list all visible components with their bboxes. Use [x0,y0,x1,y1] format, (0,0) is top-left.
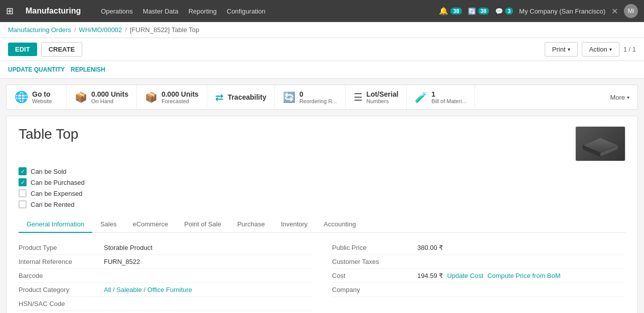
bill-of-materials-button[interactable]: 🧪 1 Bill of Materi... [407,85,475,109]
can-be-rented-label: Can be Rented [31,201,74,208]
internal-reference-group: Internal Reference FURN_8522 [19,255,312,269]
replenish-link[interactable]: REPLENISH [71,64,105,75]
lot-serial-line2: Numbers [367,98,399,104]
smart-buttons-bar: 🌐 Go to Website 📦 0.000 Units On Hand 📦 … [6,85,638,110]
tab-ecommerce[interactable]: eCommerce [124,216,176,233]
user-initials: Mi [628,8,634,15]
units-forecasted-num: 0.000 Units [162,90,199,98]
notifications-bell[interactable]: 🔔 38 [439,7,461,16]
units-forecasted-lbl: Forecasted [162,98,199,104]
tab-point-of-sale[interactable]: Point of Sale [176,216,229,233]
edit-button[interactable]: EDIT [8,43,37,56]
bom-icon: 🧪 [415,91,427,103]
internal-reference-label: Internal Reference [19,258,104,265]
more-label: More [610,94,625,101]
app-grid-icon[interactable]: ⊞ [6,6,14,17]
company-group: Company [332,283,625,297]
tab-inventory[interactable]: Inventory [273,216,315,233]
breadcrumb-manufacturing-orders[interactable]: Manufacturing Orders [8,26,71,34]
update-cost-link[interactable]: Update Cost [447,272,483,279]
product-category-label: Product Category [19,286,104,293]
units-on-hand-button[interactable]: 📦 0.000 Units On Hand [67,85,137,109]
hsn-code-group: HSN/SAC Code [19,297,312,311]
reordering-text: 0 Reordering R... [299,90,337,104]
product-type-value: Storable Product [104,244,152,251]
can-be-expensed-row: Can be Expensed [19,189,625,197]
nav-configuration[interactable]: Configuration [227,8,265,15]
user-avatar[interactable]: Mi [624,4,638,18]
can-be-purchased-row: ✓ Can be Purchased [19,178,625,186]
page-count: 1 / 1 [623,46,636,53]
update-quantity-link[interactable]: UPDATE QUANTITY [8,64,65,75]
product-form: Table Top ✓ Can be Sold ✓ Ca [6,116,638,313]
print-dropdown-button[interactable]: Print ▾ [545,42,578,57]
activities-badge: 38 [478,8,489,15]
reordering-rules-button[interactable]: 🔄 0 Reordering R... [275,85,346,109]
tab-sales[interactable]: Sales [92,216,125,233]
can-be-sold-row: ✓ Can be Sold [19,167,625,175]
lot-serial-text: Lot/Serial Numbers [367,90,399,104]
brand-name: Manufacturing [26,7,81,16]
breadcrumb-current: [FURN_8522] Table Top [130,26,199,34]
company-selector[interactable]: My Company (San Francisco) [519,8,605,15]
lot-serial-button[interactable]: ☰ Lot/Serial Numbers [346,85,407,109]
units-forecasted-button[interactable]: 📦 0.000 Units Forecasted [137,85,207,109]
customer-taxes-label: Customer Taxes [332,258,417,265]
messages-badge: 3 [505,8,513,15]
breadcrumb-mo-number[interactable]: WH/MO/00002 [79,26,122,34]
goto-website-button[interactable]: 🌐 Go to Website [7,85,67,109]
globe-icon: 🌐 [15,91,28,104]
notification-badge: 38 [450,8,461,15]
activities-badge-btn[interactable]: 🔄 38 [468,8,489,15]
units-forecasted-text: 0.000 Units Forecasted [162,90,199,104]
goto-website-line1: Go to [32,90,52,98]
action-bar: UPDATE QUANTITY REPLENISH [0,61,644,79]
left-fields: Product Type Storable Product Internal R… [19,241,312,313]
units-on-hand-lbl: On Hand [91,98,128,104]
nav-operations[interactable]: Operations [101,8,133,15]
barcode-label: Barcode [19,272,104,279]
product-name: Table Top [19,126,78,142]
action-dropdown-button[interactable]: Action ▾ [582,42,619,57]
more-chevron-icon: ▾ [627,95,629,100]
tab-general-information[interactable]: General Information [19,216,92,233]
nav-links: Operations Master Data Reporting Configu… [101,8,429,15]
can-be-sold-checkbox[interactable]: ✓ [19,167,27,175]
can-be-sold-label: Can be Sold [31,168,67,175]
top-navigation: ⊞ Manufacturing Operations Master Data R… [0,0,644,22]
public-price-value: 380.00 ₹ [417,244,443,251]
lot-serial-icon: ☰ [354,91,363,103]
customer-taxes-group: Customer Taxes [332,255,625,269]
public-price-label: Public Price [332,244,417,251]
bom-lbl: Bill of Materi... [431,98,466,104]
messages-badge-btn[interactable]: 💬 3 [495,8,513,15]
product-category-group: Product Category All / Saleable / Office… [19,283,312,297]
product-type-label: Product Type [19,244,104,251]
company-label: Company [332,286,417,293]
create-button[interactable]: CREATE [41,42,82,57]
can-be-purchased-label: Can be Purchased [31,179,85,186]
cost-value: 194.59 ₹ [417,272,443,279]
cost-row: 194.59 ₹ Update Cost Compute Price from … [417,272,561,279]
more-button[interactable]: More ▾ [602,85,637,109]
can-be-expensed-checkbox[interactable] [19,189,27,197]
traceability-text: Traceability [228,93,266,101]
close-icon[interactable]: ✕ [611,7,618,16]
compute-price-from-bom-link[interactable]: Compute Price from BoM [488,272,561,279]
can-be-purchased-checkbox[interactable]: ✓ [19,178,27,186]
traceability-button[interactable]: ⇄ Traceability [207,85,275,109]
barcode-group: Barcode [19,269,312,283]
action-chevron-icon: ▾ [609,47,612,52]
tab-purchase[interactable]: Purchase [229,216,273,233]
product-category-value[interactable]: All / Saleable / Office Furniture [104,286,192,293]
tab-accounting[interactable]: Accounting [315,216,364,233]
internal-reference-value: FURN_8522 [104,258,140,265]
can-be-rented-checkbox[interactable] [19,200,27,208]
right-controls: 🔔 38 🔄 38 💬 3 My Company (San Francisco)… [439,4,638,18]
nav-reporting[interactable]: Reporting [189,8,217,15]
product-image-svg [578,130,623,158]
nav-master-data[interactable]: Master Data [143,8,179,15]
bom-num: 1 [431,90,466,98]
lot-serial-line1: Lot/Serial [367,90,399,98]
units-forecasted-icon: 📦 [145,91,157,103]
